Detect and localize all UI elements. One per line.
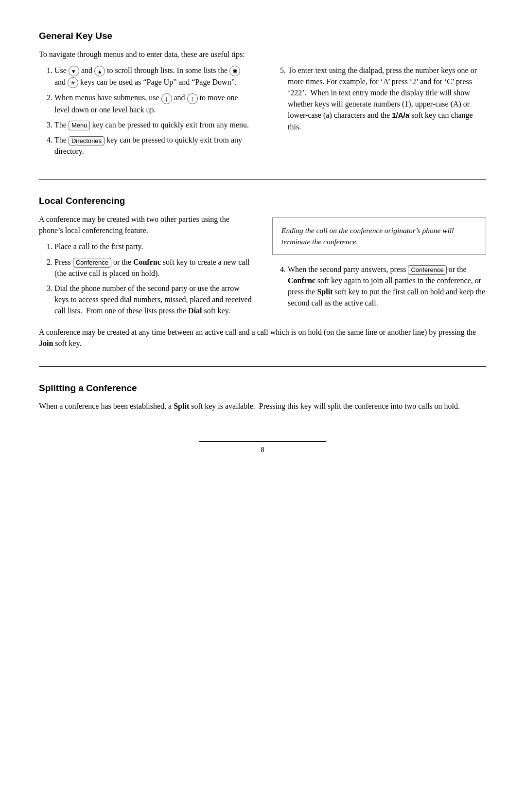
down-arrow-icon: ▾ <box>69 66 79 76</box>
join-label: Join <box>39 339 53 347</box>
conference-warning-text: Ending the call on the conference origin… <box>281 226 454 246</box>
dial-label: Dial <box>188 307 202 315</box>
general-key-use-intro: To navigate through menus and to enter d… <box>39 49 486 60</box>
menu-key-icon: Menu <box>69 121 90 130</box>
general-key-use-section: General Key Use To navigate through menu… <box>39 29 486 162</box>
splitting-title: Splitting a Conference <box>39 381 486 395</box>
section-divider-2 <box>39 366 486 367</box>
general-key-use-list-right: To enter text using the dialpad, press t… <box>288 65 486 132</box>
split-2-label: Split <box>174 402 189 410</box>
list-item: Press Conference or the Confrnc soft key… <box>54 256 253 279</box>
local-conferencing-title: Local Conferencing <box>39 194 486 208</box>
general-key-use-title: General Key Use <box>39 29 486 43</box>
list-item: To enter text using the dialpad, press t… <box>288 65 486 132</box>
confrnc-2-label: Confrnc <box>288 276 315 285</box>
local-conferencing-intro: A conference may be created with two oth… <box>39 214 253 236</box>
local-conferencing-list-left: Place a call to the first party. Press C… <box>54 241 253 316</box>
section-divider-1 <box>39 179 486 180</box>
list-item: Use ▾ and ▴ to scroll through lists. In … <box>54 65 253 89</box>
split-label: Split <box>317 288 332 296</box>
list-item: The Directories key can be pressed to qu… <box>54 134 253 157</box>
nav-down-icon: ↓ <box>161 93 172 104</box>
page-number: 8 <box>261 446 264 453</box>
conference-key-icon: Conference <box>73 258 111 268</box>
general-key-use-right: To enter text using the dialpad, press t… <box>272 65 486 162</box>
list-item: When menus have submenus, use ↓ and ↑ to… <box>54 92 253 115</box>
page-footer: 8 <box>39 441 486 455</box>
hash-key-icon: # <box>68 77 78 88</box>
directories-key-icon: Directories <box>69 136 105 146</box>
local-conferencing-bottom: A conference may be created at any time … <box>39 326 486 349</box>
footer-divider <box>199 441 326 442</box>
splitting-text: When a conference has been established, … <box>39 400 486 412</box>
local-conferencing-right: Ending the call on the conference origin… <box>272 214 486 322</box>
confrnc-label: Confrnc <box>133 258 161 266</box>
local-conferencing-section: Local Conferencing A conference may be c… <box>39 194 486 348</box>
nav-up-icon: ↑ <box>187 93 198 104</box>
list-item: When the second party answers, press Con… <box>288 264 486 309</box>
list-item: Place a call to the first party. <box>54 241 253 252</box>
star-key-icon: ✱ <box>229 66 240 76</box>
local-conferencing-columns: A conference may be created with two oth… <box>39 214 486 322</box>
conference-warning-box: Ending the call on the conference origin… <box>272 217 486 255</box>
general-key-use-list-left: Use ▾ and ▴ to scroll through lists. In … <box>54 65 253 157</box>
list-item: The Menu key can be pressed to quickly e… <box>54 119 253 130</box>
one-a-alpha-label: 1/A/a <box>392 111 409 119</box>
list-item: Dial the phone number of the second part… <box>54 283 253 317</box>
general-key-use-columns: Use ▾ and ▴ to scroll through lists. In … <box>39 65 486 162</box>
conference-key-2-icon: Conference <box>408 265 446 275</box>
local-conferencing-left: A conference may be created with two oth… <box>39 214 253 322</box>
local-conferencing-list-right: When the second party answers, press Con… <box>288 264 486 309</box>
up-arrow-icon: ▴ <box>94 66 105 76</box>
general-key-use-left: Use ▾ and ▴ to scroll through lists. In … <box>39 65 253 162</box>
splitting-section: Splitting a Conference When a conference… <box>39 381 486 412</box>
